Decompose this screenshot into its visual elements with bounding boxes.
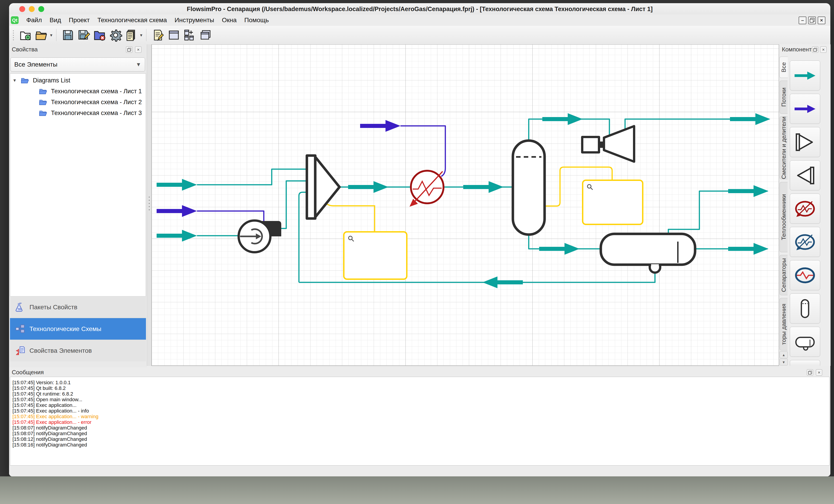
component-mixer-button[interactable] [790, 127, 820, 157]
window-title: FlowsimPro - Сепарация (/Users/bademus/W… [9, 6, 830, 13]
menu-item[interactable]: Файл [26, 17, 42, 24]
component-vertical-separator-button[interactable] [790, 293, 820, 324]
messages-log[interactable]: [15:07:45] Version: 1.0.0.1[15:07:45] Qt… [10, 377, 830, 465]
log-line: [15:08:12] notifyDiagramChanged [13, 436, 829, 442]
float-panel-button[interactable] [126, 46, 132, 53]
tab-pressure-regulators[interactable]: торы давления [780, 298, 788, 350]
properties-panel: Свойства × Все Элементы ▼ ▾ Diagrams Lis… [9, 44, 147, 367]
tree-child-row[interactable]: Технологическая схема - Лист 3 [10, 108, 146, 118]
close-project-button[interactable] [93, 28, 107, 42]
menu-item[interactable]: Технологическая схема [97, 17, 167, 24]
tabs-scroll-up-button[interactable]: ▲ [780, 351, 788, 358]
section-flowsheets[interactable]: Технологические Схемы [10, 318, 146, 340]
save-as-button[interactable] [77, 28, 91, 42]
desktop [0, 476, 834, 504]
component-cooler-button[interactable] [790, 227, 820, 257]
heater-icon [793, 199, 817, 219]
folder-open-icon [39, 88, 48, 95]
flash-drum[interactable] [601, 234, 695, 273]
annotation-note-2[interactable] [545, 167, 643, 224]
section-property-packages[interactable]: Пакеты Свойств [10, 296, 146, 318]
main-toolbar: ▾ [9, 26, 830, 45]
tree-expander-icon[interactable]: ▾ [14, 77, 21, 83]
qt-logo-icon: Qt [11, 16, 19, 24]
mixer[interactable] [307, 156, 339, 219]
log-line: [15:08:16] notifyDiagramChanged [13, 442, 829, 448]
float-panel-button[interactable] [807, 369, 813, 375]
component-heat-exchanger-button[interactable] [790, 260, 820, 290]
title-bar[interactable]: FlowsimPro - Сепарация (/Users/bademus/W… [9, 3, 830, 15]
mdi-close-button[interactable]: × [818, 17, 826, 24]
reports-button[interactable] [125, 28, 138, 42]
tab-separators[interactable]: Сепараторы [780, 255, 788, 295]
save-button[interactable] [61, 28, 75, 42]
log-line: [15:07:45] Open main window... [13, 397, 829, 402]
flowsheet-canvas[interactable] [151, 44, 779, 366]
component-next-partial-button[interactable] [790, 360, 820, 366]
close-panel-button[interactable]: × [816, 369, 822, 375]
menu-item[interactable]: Вид [50, 17, 61, 24]
elements-filter-combobox[interactable]: Все Элементы ▼ [10, 58, 145, 72]
reports-dropdown[interactable]: ▾ [139, 32, 144, 38]
mdi-restore-button[interactable] [808, 17, 816, 24]
tab-streams[interactable]: Потоки [780, 81, 788, 114]
log-line: [15:07:45] Version: 1.0.0.1 [13, 380, 829, 385]
tree-child-label: Технологическая схема - Лист 2 [51, 99, 142, 106]
tree-root-label: Diagrams List [33, 77, 70, 84]
component-splitter-button[interactable] [790, 160, 820, 190]
chevron-down-icon: ▼ [136, 61, 141, 68]
section-element-properties[interactable]: Свойства Элементов [10, 340, 146, 361]
panel-splitter[interactable] [147, 44, 152, 366]
toolbar-grip[interactable] [12, 30, 15, 41]
cascade-windows-button[interactable] [199, 28, 213, 42]
close-panel-button[interactable]: × [820, 46, 827, 53]
tab-all[interactable]: Все [780, 56, 788, 78]
section-label: Свойства Элементов [29, 347, 92, 354]
pump[interactable] [239, 221, 281, 252]
component-horizontal-separator-button[interactable] [790, 327, 820, 357]
tab-heat-exchangers[interactable]: Теплообменники [780, 182, 788, 252]
edit-diagram-button[interactable] [151, 28, 165, 42]
save-as-icon [78, 29, 90, 41]
tabs-scroll-down-button[interactable]: ▼ [780, 359, 788, 365]
log-line: [15:08:07] notifyDiagramChanged [13, 425, 829, 431]
expander[interactable] [582, 126, 634, 162]
flask-icon [16, 302, 25, 312]
edit-diagram-icon [152, 29, 164, 41]
heat-exchanger[interactable] [410, 171, 443, 207]
menu-bar: Qt ФайлВидПроектТехнологическая схемаИнс… [9, 15, 830, 26]
component-material-stream-button[interactable] [790, 61, 820, 91]
log-line: [15:07:45] Exec application... - warning [13, 414, 829, 419]
menu-item[interactable]: Окна [222, 17, 237, 24]
tab-mixers-splitters[interactable]: Смесители и делители [780, 116, 788, 179]
elements-filter-value: Все Элементы [14, 61, 57, 68]
mdi-minimize-button[interactable]: – [799, 17, 806, 24]
energy-stream-arrows[interactable] [157, 120, 400, 217]
open-project-button[interactable] [35, 28, 48, 42]
tile-windows-button[interactable] [183, 28, 197, 42]
menu-item[interactable]: Инструменты [175, 17, 214, 24]
tree-root-row[interactable]: ▾ Diagrams List [10, 75, 146, 86]
tree-child-row[interactable]: Технологическая схема - Лист 2 [10, 97, 146, 108]
component-heater-button[interactable] [790, 193, 820, 224]
material-stream-icon [793, 66, 817, 86]
float-panel-button[interactable] [812, 46, 818, 53]
menu-item[interactable]: Проект [69, 17, 90, 24]
toolbar-separator [56, 29, 57, 41]
toolbar-separator [146, 29, 147, 41]
reports-icon [125, 29, 138, 41]
cooler-icon [793, 232, 817, 252]
close-panel-button[interactable]: × [135, 46, 141, 53]
annotation-note-1[interactable] [326, 204, 407, 279]
tree-child-row[interactable]: Технологическая схема - Лист 1 [10, 86, 146, 97]
component-energy-stream-button[interactable] [790, 94, 820, 124]
flowsheet-drawing [152, 45, 779, 366]
new-project-button[interactable] [19, 28, 32, 42]
new-window-button[interactable] [167, 28, 181, 42]
settings-button[interactable] [109, 28, 123, 42]
open-project-dropdown[interactable]: ▾ [49, 32, 53, 38]
mixer-icon [793, 132, 817, 152]
separator-column[interactable] [513, 141, 545, 234]
menu-item[interactable]: Помощь [244, 17, 269, 24]
horizontal-separator-icon [793, 332, 817, 352]
